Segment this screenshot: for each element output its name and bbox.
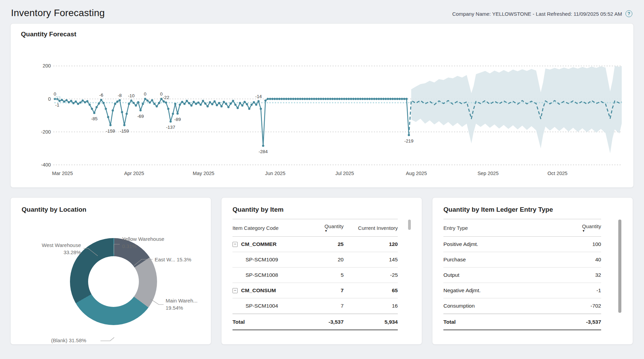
item-table-total-row: Total -3,537 5,934 — [232, 314, 398, 330]
table-row[interactable]: Consumption-702 — [443, 298, 601, 314]
ledger-total-quantity: -3,537 — [560, 319, 601, 325]
row-label: Positive Adjmt. — [443, 241, 560, 247]
row-value: -702 — [560, 303, 601, 309]
svg-text:Jun 2025: Jun 2025 — [265, 171, 285, 176]
donut-label-east-name: East W... — [155, 257, 175, 262]
item-table-body: −CM_COMMER25120SP-SCM100920145SP-SCM1008… — [232, 237, 398, 314]
svg-text:-22: -22 — [163, 95, 169, 100]
row-value: -25 — [344, 272, 398, 278]
row-label: SP-SCM1008 — [232, 272, 305, 278]
donut-label-east: East W... 15.3% — [155, 256, 191, 263]
donut-label-east-pct: 15.3% — [177, 257, 191, 262]
row-value: -1 — [560, 287, 601, 294]
item-total-label: Total — [232, 319, 305, 325]
row-label-text: SP-SCM1004 — [246, 303, 278, 309]
table-row[interactable]: −CM_CONSUM765 — [232, 283, 398, 298]
row-label: Purchase — [443, 257, 560, 263]
ledger-col-entry-type[interactable]: Entry Type — [443, 225, 560, 231]
ledger-col-quantity[interactable]: Quantity▼ — [560, 223, 601, 232]
table-row[interactable]: Positive Adjmt.100 — [443, 237, 601, 252]
row-value: 5 — [305, 272, 344, 278]
donut-label-blank: (Blank) 31.58% — [51, 337, 86, 344]
bottom-cards-row: Quantity by Location West Warehouse 33.2… — [10, 197, 634, 345]
svg-text:-8: -8 — [118, 93, 122, 98]
dashboard-page: Inventory Forecasting Company Name: YELL… — [0, 0, 644, 345]
item-total-inventory: 5,934 — [344, 319, 398, 325]
table-row[interactable]: Negative Adjmt.-1 — [443, 283, 601, 298]
svg-text:-6: -6 — [99, 92, 103, 98]
svg-text:-284: -284 — [259, 149, 268, 154]
svg-text:Sep 2025: Sep 2025 — [478, 171, 499, 176]
donut-label-blank-pct: 31.58% — [69, 337, 86, 343]
collapse-icon[interactable]: − — [232, 242, 238, 247]
row-value: 145 — [344, 257, 398, 263]
table-row[interactable]: SP-SCM10085-25 — [232, 268, 398, 283]
svg-text:-159: -159 — [120, 128, 129, 134]
quantity-by-item-table: Item Category Code Quantity▼ Current Inv… — [232, 219, 411, 330]
item-table-scrollbar[interactable] — [408, 220, 411, 230]
quantity-forecast-card: Quantity Forecast 2000-200-400Mar 2025Ap… — [10, 23, 634, 188]
row-label: Consumption — [443, 303, 560, 309]
row-label-text: Negative Adjmt. — [443, 287, 481, 294]
row-label-text: SP-SCM1008 — [246, 272, 278, 278]
svg-text:Aug 2025: Aug 2025 — [406, 171, 427, 176]
svg-text:0: 0 — [160, 91, 163, 97]
donut-label-yellow: Yellow Warehouse 0.31% — [122, 235, 164, 250]
item-col-quantity-label: Quantity — [324, 223, 344, 229]
donut-label-west-pct: 33.28% — [42, 249, 81, 256]
report-meta: Company Name: YELLOWSTONE - Last Refresh… — [452, 10, 632, 17]
ledger-card-title: Quantity by Item Ledger Entry Type — [443, 206, 622, 213]
donut-label-west: West Warehouse 33.28% — [42, 242, 81, 256]
row-label: Output — [443, 272, 560, 278]
table-row[interactable]: SP-SCM1004716 — [232, 298, 398, 314]
table-row[interactable]: −CM_COMMER25120 — [232, 237, 398, 252]
row-label: −CM_COMMER — [232, 241, 305, 247]
svg-text:Oct 2025: Oct 2025 — [548, 171, 568, 176]
svg-text:Apr 2025: Apr 2025 — [124, 171, 144, 176]
row-value: 40 — [560, 257, 601, 263]
top-bar: Inventory Forecasting Company Name: YELL… — [10, 6, 634, 23]
collapse-icon[interactable]: − — [232, 288, 238, 293]
help-icon[interactable]: ? — [625, 10, 632, 17]
svg-text:200: 200 — [43, 63, 51, 69]
item-col-quantity[interactable]: Quantity▼ — [305, 223, 344, 232]
table-row[interactable]: Output32 — [443, 268, 601, 283]
svg-text:-137: -137 — [166, 125, 175, 130]
ledger-table: Entry Type Quantity▼ Positive Adjmt.100P… — [443, 219, 622, 330]
svg-text:0: 0 — [144, 91, 146, 97]
item-card-title: Quantity by Item — [232, 206, 411, 213]
row-value: 7 — [305, 303, 344, 309]
forecast-card-title: Quantity Forecast — [21, 30, 623, 38]
svg-text:May 2025: May 2025 — [193, 171, 214, 176]
location-card-title: Quantity by Location — [22, 206, 200, 213]
svg-text:-85: -85 — [91, 116, 97, 121]
row-value: 7 — [305, 287, 344, 294]
svg-text:-23: -23 — [54, 95, 60, 100]
ledger-table-scrollbar[interactable] — [618, 220, 621, 313]
svg-text:0: 0 — [48, 96, 51, 102]
location-donut-chart[interactable] — [70, 238, 157, 325]
donut-label-main-pct: 19.54% — [166, 304, 198, 311]
row-label-text: SP-SCM1009 — [246, 257, 278, 263]
svg-text:-69: -69 — [137, 114, 144, 119]
sort-desc-icon: ▼ — [582, 230, 585, 232]
leader-line-blank — [100, 337, 114, 341]
row-label: SP-SCM1009 — [232, 257, 305, 263]
svg-text:-159: -159 — [106, 128, 115, 134]
item-table-header-row[interactable]: Item Category Code Quantity▼ Current Inv… — [232, 219, 398, 237]
table-row[interactable]: Purchase40 — [443, 252, 601, 268]
row-label: Negative Adjmt. — [443, 287, 560, 294]
item-col-inventory[interactable]: Current Inventory — [344, 225, 398, 231]
svg-text:-10: -10 — [128, 93, 134, 98]
table-row[interactable]: SP-SCM100920145 — [232, 252, 398, 268]
item-col-category[interactable]: Item Category Code — [232, 225, 305, 231]
page-title: Inventory Forecasting — [11, 8, 105, 18]
row-value: 65 — [344, 287, 398, 294]
donut-label-west-name: West Warehouse — [42, 242, 81, 249]
svg-text:-400: -400 — [41, 162, 51, 168]
svg-text:-14: -14 — [255, 94, 262, 99]
quantity-forecast-chart[interactable]: 2000-200-400Mar 2025Apr 2025May 2025Jun … — [21, 46, 623, 181]
row-value: 16 — [344, 303, 398, 309]
ledger-table-header-row[interactable]: Entry Type Quantity▼ — [443, 219, 601, 237]
donut-label-main-name: Main Wareh... — [166, 297, 198, 304]
